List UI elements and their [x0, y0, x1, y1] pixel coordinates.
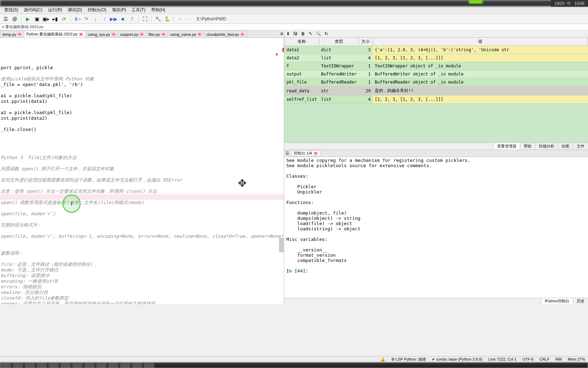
status-conda[interactable]: ✔ conda: base (Python 3.8.8)	[432, 357, 482, 361]
tab-cloudpickle[interactable]: cloudpickle_fast.py✕	[204, 31, 247, 38]
var-name: read_data	[285, 86, 319, 96]
import-icon[interactable]: ⬇	[286, 31, 290, 36]
menu-run[interactable]: 运行(R)	[45, 7, 65, 13]
tab-python-quant[interactable]: Python 量化编程基础-2023.py✕	[24, 31, 86, 38]
close-icon[interactable]: ✕	[18, 33, 22, 36]
tab-fibo[interactable]: fibo.py✕	[146, 31, 168, 38]
var-name: selfref_list	[285, 96, 319, 104]
tab-using-sys[interactable]: using_sys.py✕	[85, 31, 118, 38]
tab-temp[interactable]: temp.py✕	[0, 31, 24, 38]
var-name: data1	[285, 46, 319, 54]
edit-icon[interactable]: ✎	[309, 31, 312, 36]
wrench-icon[interactable]: 🔧	[154, 15, 162, 23]
close-icon[interactable]: ✕	[161, 33, 166, 36]
variable-row[interactable]: outputBufferedWriter1BufferedWriter obje…	[285, 70, 588, 78]
scrollbar-thumb[interactable]	[279, 238, 283, 252]
status-rw[interactable]: RW	[555, 357, 562, 361]
forward-icon[interactable]: →	[185, 15, 193, 23]
col-value[interactable]: 值	[373, 38, 588, 46]
delete-icon[interactable]: 🗑	[301, 31, 305, 36]
close-icon[interactable]: ✕	[198, 33, 202, 36]
step-over-icon[interactable]: ↷	[82, 15, 91, 23]
run-cell-icon[interactable]: ▣	[33, 15, 41, 23]
status-encoding[interactable]: UTF-8	[522, 357, 533, 361]
variable-row[interactable]: data2list4[1, 2, 3, [1, 2, 3, [...]]]	[285, 54, 588, 62]
at-icon[interactable]: @	[11, 15, 19, 23]
variable-row[interactable]: data1dict3{'a':[1, 2.0, 3, (4+6j)], 'b':…	[285, 46, 588, 54]
console-collapse-icon[interactable]: ☰	[286, 151, 289, 156]
close-icon[interactable]: ✕	[112, 33, 116, 36]
variable-row[interactable]: fTextIOWrapper1TextIOWrapper object of _…	[285, 62, 588, 70]
var-value: TextIOWrapper object of _io module	[373, 62, 588, 70]
main-toolbar: ☰ @ ▶ ▣ ▣▸ ▸▮ ⟳ ⏸▸ ↷ ↓ ↑ ▶▶ ■ ⤴ ⛶ 🔧 🐍 ← …	[0, 14, 588, 24]
status-mem[interactable]: Mem 27%	[568, 357, 585, 361]
python-icon[interactable]: 🐍	[163, 15, 171, 23]
step-into-icon[interactable]: ↓	[91, 15, 100, 23]
maximize-icon[interactable]: ⛶	[141, 15, 149, 23]
col-type[interactable]: 类型	[319, 38, 359, 46]
menu-console[interactable]: 控制台(O)	[85, 7, 109, 13]
var-type: list	[319, 96, 359, 104]
menu-project[interactable]: 项目(P)	[109, 7, 129, 13]
step-out-icon[interactable]: ↑	[100, 15, 109, 23]
back-icon[interactable]: ←	[176, 15, 184, 23]
run-cell-advance-icon[interactable]: ▣▸	[42, 15, 50, 23]
tab-profiler[interactable]: 性能分析	[535, 143, 558, 150]
var-type: dict	[319, 46, 359, 54]
working-dir-path[interactable]: E:\Python\PWD	[197, 17, 226, 21]
run-selection-icon[interactable]: ▸▮	[51, 15, 59, 23]
tab-ipython-console[interactable]: IPython控制台	[541, 298, 573, 304]
var-name: output	[285, 70, 319, 78]
var-size: 4	[359, 54, 373, 62]
col-size[interactable]: 大小	[359, 38, 373, 46]
tab-history[interactable]: 历史	[573, 298, 588, 304]
status-right: 🔔 ⚙ LSP Python: 就绪 ✔ conda: base (Python…	[375, 357, 585, 362]
outline-icon[interactable]: ☰	[1, 15, 10, 23]
tab-variable-explorer[interactable]: 变量管理器	[493, 143, 520, 150]
variable-row[interactable]: pkl_fileBufferedReader1BufferedReader ob…	[285, 78, 588, 86]
menu-tools[interactable]: 工具(T)	[129, 7, 148, 13]
tab-files[interactable]: 文件	[573, 143, 588, 150]
var-value: 是的，的确非常好!!	[373, 86, 588, 96]
var-name: data2	[285, 54, 319, 62]
variable-explorer: 名称 类型 大小 值 data1dict3{'a':[1, 2.0, 3, (4…	[284, 37, 588, 143]
os-taskbar	[0, 362, 588, 368]
console-bottom-tabs: IPython控制台 历史	[284, 298, 588, 304]
search-icon[interactable]: 🔍	[316, 31, 321, 36]
status-eol[interactable]: CRLF	[539, 357, 549, 361]
close-icon[interactable]: ✕	[79, 33, 83, 36]
status-notifications[interactable]: 🔔	[380, 357, 385, 361]
variable-toolbar: ⬇ 🖫 🗑 ✎ 🔍 ↻	[284, 30, 588, 37]
col-name[interactable]: 名称	[285, 38, 319, 46]
menu-help[interactable]: 帮助(H)	[148, 7, 168, 13]
var-size: 1	[359, 70, 373, 78]
refresh-icon[interactable]: ↻	[325, 31, 328, 36]
close-icon[interactable]: ✕	[140, 33, 144, 36]
tab-using-name[interactable]: using_name.py✕	[168, 31, 205, 38]
variable-row[interactable]: selfref_listlist4[1, 2, 3, [1, 2, 3, [..…	[285, 96, 588, 104]
status-lsp[interactable]: ⚙ LSP Python: 就绪	[391, 357, 426, 361]
stop-icon[interactable]: ■	[119, 15, 127, 23]
menu-source[interactable]: 源代码(C)	[21, 7, 45, 13]
close-icon[interactable]: ✕	[314, 152, 318, 155]
code-editor[interactable]: port pprint, pickle使用pickle模块从文件中重构 Pyth…	[0, 38, 284, 304]
menu-find[interactable]: 查找(S)	[1, 7, 21, 13]
error-marker	[282, 48, 284, 52]
tab-support[interactable]: support.py✕	[118, 31, 146, 38]
console-tab[interactable]: 控制台 1/A ✕	[291, 150, 320, 156]
variable-row[interactable]: read_datastr29是的，的确非常好!!	[285, 86, 588, 96]
debug-step-icon[interactable]: ⏸▸	[73, 15, 81, 23]
exit-debug-icon[interactable]: ⤴	[128, 15, 136, 23]
rerun-icon[interactable]: ⟳	[60, 15, 68, 23]
close-icon[interactable]: ✕	[240, 33, 245, 36]
status-line-col[interactable]: Line 7222, Col 1	[488, 357, 516, 361]
ipython-console[interactable]: See module copyreg for a mechanism for r…	[284, 157, 588, 298]
var-type: TextIOWrapper	[319, 62, 359, 70]
tab-menu-icon[interactable]: ≡	[280, 31, 283, 37]
save-icon[interactable]: 🖫	[293, 31, 298, 36]
tab-plots[interactable]: 绘图	[558, 143, 573, 150]
continue-icon[interactable]: ▶▶	[109, 15, 118, 23]
menu-debug[interactable]: 调试(D)	[65, 7, 85, 13]
run-icon[interactable]: ▶	[24, 15, 32, 23]
tab-help[interactable]: 帮助	[520, 143, 535, 150]
